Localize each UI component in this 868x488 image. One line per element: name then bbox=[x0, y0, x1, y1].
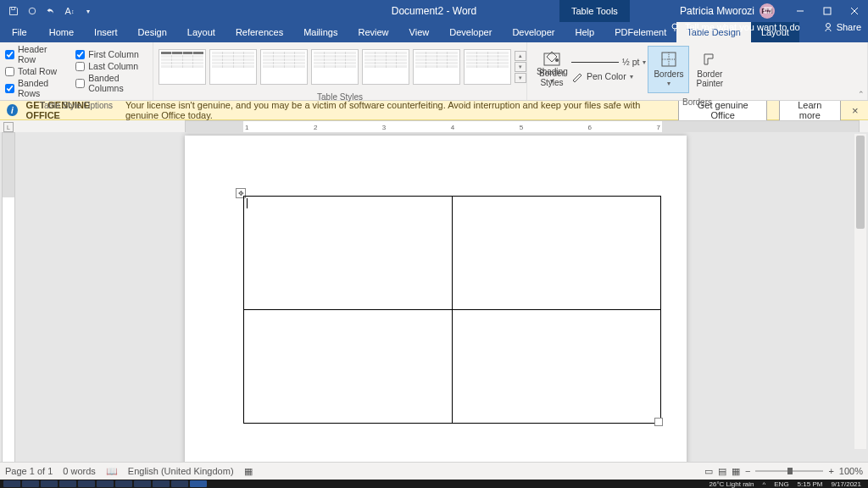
qat-customize-icon[interactable]: ▾ bbox=[80, 3, 97, 19]
check-banded-rows[interactable]: Banded Rows bbox=[5, 78, 65, 98]
table-cell[interactable] bbox=[453, 310, 661, 424]
svg-point-8 bbox=[672, 24, 677, 29]
table-cell[interactable] bbox=[453, 197, 661, 310]
border-styles-label: Border Styles bbox=[539, 69, 565, 87]
table-resize-handle-icon[interactable] bbox=[654, 418, 663, 426]
tray-chevron-icon[interactable]: ^ bbox=[763, 480, 766, 488]
text-cursor bbox=[247, 198, 248, 208]
tab-layout[interactable]: Layout bbox=[177, 22, 225, 42]
task-view-icon[interactable] bbox=[22, 480, 39, 487]
table-cell[interactable] bbox=[244, 310, 453, 424]
pen-color-dropdown[interactable]: Pen Color▾ bbox=[571, 70, 646, 82]
table-style-thumb[interactable] bbox=[413, 49, 460, 85]
language-tray[interactable]: ENG bbox=[774, 480, 788, 488]
close-button[interactable] bbox=[841, 0, 868, 22]
user-name-label: Patricia Mworozi bbox=[680, 5, 754, 17]
collapse-ribbon-icon[interactable]: ⌃ bbox=[858, 90, 865, 98]
taskbar-app-icon[interactable] bbox=[134, 480, 151, 487]
tab-home[interactable]: Home bbox=[39, 22, 84, 42]
tab-mailings[interactable]: Mailings bbox=[293, 22, 348, 42]
tab-developer-2[interactable]: Developer bbox=[502, 22, 565, 42]
group-label-borders: Borders bbox=[527, 97, 867, 108]
table-style-thumb[interactable] bbox=[260, 49, 308, 85]
check-banded-columns[interactable]: Banded Columns bbox=[75, 73, 147, 93]
tell-me-search[interactable]: Tell me what you want to do bbox=[670, 22, 800, 32]
svg-rect-2 bbox=[765, 8, 771, 13]
undo-icon[interactable] bbox=[42, 3, 59, 19]
table-cell[interactable] bbox=[244, 197, 453, 310]
check-first-column[interactable]: First Column bbox=[75, 49, 147, 59]
gallery-more-icon[interactable]: ▴▾▾ bbox=[515, 49, 526, 85]
check-total-row[interactable]: Total Row bbox=[5, 66, 65, 76]
minimize-button[interactable] bbox=[787, 0, 814, 22]
tab-selector-icon[interactable]: L bbox=[3, 122, 14, 132]
taskbar-app-icon[interactable] bbox=[97, 480, 114, 487]
table-style-thumb[interactable] bbox=[464, 49, 511, 85]
vertical-ruler[interactable] bbox=[2, 132, 15, 463]
border-painter-label: Border Painter bbox=[696, 69, 723, 88]
tab-view[interactable]: View bbox=[399, 22, 440, 42]
start-icon[interactable] bbox=[3, 480, 20, 487]
check-header-row[interactable]: Header Row bbox=[5, 44, 65, 64]
tab-pdfelement[interactable]: PDFelement bbox=[604, 22, 676, 42]
document-table[interactable] bbox=[243, 196, 661, 424]
taskbar-app-icon[interactable] bbox=[78, 480, 95, 487]
taskbar-app-icon[interactable] bbox=[153, 480, 170, 487]
ribbon-display-icon[interactable] bbox=[754, 0, 782, 22]
taskbar-word-icon[interactable] bbox=[190, 480, 207, 487]
word-count[interactable]: 0 words bbox=[63, 466, 96, 476]
taskbar-app-icon[interactable] bbox=[171, 480, 188, 487]
title-bar: A↕ ▾ Document2 - Word Table Tools Patric… bbox=[0, 0, 868, 22]
tab-help[interactable]: Help bbox=[565, 22, 605, 42]
svg-point-10 bbox=[826, 24, 830, 28]
font-size-icon[interactable]: A↕ bbox=[61, 3, 78, 19]
chevron-down-icon: ▾ bbox=[667, 80, 670, 88]
share-icon bbox=[823, 22, 833, 32]
quick-access-toolbar: A↕ ▾ bbox=[0, 3, 102, 19]
tab-references[interactable]: References bbox=[225, 22, 293, 42]
windows-taskbar: 26°C Light rain ^ ENG 5:15 PM 9/17/2021 bbox=[0, 480, 868, 488]
table-style-thumb[interactable] bbox=[209, 49, 257, 85]
tab-file[interactable]: File bbox=[0, 22, 39, 42]
page-indicator[interactable]: Page 1 of 1 bbox=[5, 466, 53, 476]
view-read-icon[interactable]: ▭ bbox=[704, 466, 713, 477]
zoom-level[interactable]: 100% bbox=[839, 466, 863, 476]
save-icon[interactable] bbox=[5, 3, 22, 19]
zoom-slider-thumb[interactable] bbox=[787, 468, 793, 474]
taskbar-app-icon[interactable] bbox=[115, 480, 132, 487]
clock-date[interactable]: 9/17/2021 bbox=[831, 480, 861, 488]
taskbar-app-icon[interactable] bbox=[59, 480, 76, 487]
check-last-column[interactable]: Last Column bbox=[75, 61, 147, 71]
border-weight-dropdown[interactable]: ½ pt▾ bbox=[571, 57, 646, 67]
table-style-thumb[interactable] bbox=[311, 49, 359, 85]
tab-review[interactable]: Review bbox=[348, 22, 399, 42]
table-style-thumb[interactable] bbox=[159, 49, 206, 85]
zoom-out-button[interactable]: − bbox=[745, 466, 750, 476]
chevron-down-icon: ▾ bbox=[643, 58, 646, 66]
borders-button[interactable]: Borders ▾ bbox=[648, 46, 689, 93]
zoom-slider[interactable] bbox=[755, 470, 823, 472]
view-web-icon[interactable]: ▦ bbox=[732, 466, 740, 477]
tab-design[interactable]: Design bbox=[128, 22, 177, 42]
border-painter-button[interactable]: Border Painter bbox=[691, 47, 728, 92]
taskbar-app-icon[interactable] bbox=[41, 480, 58, 487]
table-styles-gallery[interactable]: ▴▾▾ bbox=[159, 49, 526, 85]
tab-developer-1[interactable]: Developer bbox=[439, 22, 502, 42]
maximize-button[interactable] bbox=[814, 0, 841, 22]
share-button[interactable]: Share bbox=[823, 22, 861, 32]
document-title: Document2 - Word bbox=[392, 5, 476, 17]
border-styles-button[interactable]: Border Styles bbox=[534, 47, 570, 92]
macro-icon[interactable]: ▦ bbox=[244, 466, 253, 477]
group-borders: Border Styles ½ pt▾ Pen Color▾ Borders ▾… bbox=[527, 42, 868, 100]
vertical-scrollbar[interactable] bbox=[854, 134, 866, 449]
autosave-icon[interactable] bbox=[24, 3, 41, 19]
zoom-in-button[interactable]: + bbox=[828, 466, 833, 476]
table-style-thumb[interactable] bbox=[362, 49, 409, 85]
view-print-icon[interactable]: ▤ bbox=[718, 466, 726, 477]
weather-widget[interactable]: 26°C Light rain bbox=[709, 480, 754, 488]
spellcheck-icon[interactable]: 📖 bbox=[106, 466, 118, 477]
tab-insert[interactable]: Insert bbox=[84, 22, 128, 42]
language-indicator[interactable]: English (United Kingdom) bbox=[128, 466, 234, 476]
scrollbar-thumb[interactable] bbox=[856, 136, 865, 229]
clock-time[interactable]: 5:15 PM bbox=[798, 480, 823, 488]
